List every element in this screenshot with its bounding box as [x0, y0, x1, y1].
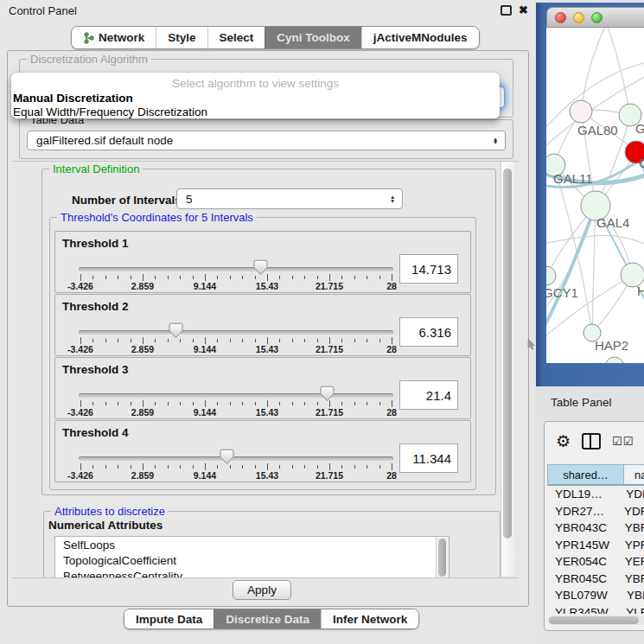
float-icon[interactable]: [501, 5, 512, 16]
cell-name: YBL0: [622, 589, 644, 602]
slider-tick: [255, 402, 256, 405]
network-canvas[interactable]: GAL80GACGAL11GAL4GCY1HHAP2: [546, 28, 644, 363]
popup-item-equal-width-frequency[interactable]: Equal Width/Frequency Discretization: [11, 105, 500, 119]
threshold-slider-handle-2[interactable]: [169, 322, 183, 339]
threshold-slider-track-1[interactable]: [79, 267, 393, 271]
network-node-gcy1[interactable]: [546, 266, 556, 285]
table-row[interactable]: YDR27…YDR2: [547, 503, 644, 520]
slider-tick: [143, 274, 143, 281]
zoom-traffic-light-icon[interactable]: [591, 12, 603, 23]
slider-tick: [105, 402, 106, 405]
numerical-attributes-list[interactable]: SelfLoopsTopologicalCoefficientBetweenne…: [54, 536, 450, 578]
tab-style[interactable]: Style: [156, 27, 207, 48]
cell-shared-name: YLR345W: [547, 606, 622, 614]
table-row[interactable]: YBR045CYBR0: [547, 571, 644, 588]
threshold-slider-handle-3[interactable]: [320, 386, 335, 402]
slider-tick: [155, 276, 156, 279]
slider-tick: [379, 402, 380, 405]
table-hscrollbar-thumb[interactable]: [549, 616, 639, 624]
table-row[interactable]: YBL079WYBL0: [547, 587, 644, 604]
column-header-shared-name[interactable]: shared…: [547, 464, 624, 486]
slider-tick: [230, 402, 231, 405]
tab-label-jactivemnodules: jActiveMNodules: [373, 31, 468, 44]
slider-tick: [279, 276, 280, 279]
table-row[interactable]: YBR043CYBR0: [547, 520, 644, 537]
threshold-label-2: Threshold 2: [62, 300, 129, 313]
slider-tick: [279, 465, 280, 469]
node-label-gal11: GAL11: [553, 171, 593, 186]
column-header-name[interactable]: na: [624, 464, 644, 486]
slider-tick: [193, 339, 194, 342]
cell-name: YDR2: [620, 505, 644, 518]
attributes-scrollbar[interactable]: [436, 537, 449, 578]
slider-tick: [317, 339, 318, 342]
table-row[interactable]: YER054CYER0: [547, 553, 644, 571]
table-row[interactable]: YLR345WYLR3: [547, 604, 644, 615]
threshold-slider-track-4[interactable]: [79, 456, 393, 461]
apply-button[interactable]: Apply: [233, 580, 291, 600]
table-hscrollbar[interactable]: [548, 615, 644, 625]
settings-scrollbar[interactable]: [501, 162, 514, 576]
network-node[interactable]: [605, 357, 624, 363]
cell-shared-name: YDR27…: [547, 505, 620, 518]
minimize-traffic-light-icon[interactable]: [573, 12, 584, 23]
select-columns-icon[interactable]: ☑☑: [612, 435, 634, 448]
slider-tick: [180, 276, 181, 279]
table-data-combobox[interactable]: galFiltered.sif default node ▴▾: [27, 131, 506, 150]
gear-icon[interactable]: ⚙: [556, 433, 571, 450]
tab-cyni-toolbox[interactable]: Cyni Toolbox: [265, 27, 361, 48]
slider-tick: [242, 402, 243, 405]
network-node-gal80[interactable]: [570, 100, 592, 123]
slider-tick-label: 15.43: [256, 407, 278, 418]
close-icon[interactable]: ✖: [519, 5, 528, 16]
slider-tick: [292, 276, 293, 279]
slider-tick: [230, 276, 231, 279]
attribute-item-selfloops[interactable]: SelfLoops: [55, 537, 449, 552]
tab-select[interactable]: Select: [207, 27, 265, 48]
attribute-item-topologicalcoefficient[interactable]: TopologicalCoefficient: [55, 552, 449, 568]
threshold-slider-handle-4[interactable]: [220, 449, 234, 465]
numerical-attributes-label: Numerical Attributes: [48, 519, 163, 532]
scrollbar-thumb[interactable]: [503, 169, 512, 539]
tab-discretize-data[interactable]: Discretize Data: [214, 609, 321, 628]
threshold-value-2[interactable]: 6.316: [399, 317, 458, 347]
table-row[interactable]: YDL19…YDL1: [547, 486, 644, 503]
popup-item-manual-discretization[interactable]: Manual Discretization: [11, 92, 500, 105]
tab-impute-data[interactable]: Impute Data: [124, 609, 214, 628]
table-panel: ⚙ ☑☑ shared… na YDL19…YDL1YDR27…YDR2YBR0…: [544, 421, 644, 631]
split-columns-icon[interactable]: [582, 433, 601, 450]
cell-shared-name: YBL079W: [547, 589, 622, 602]
threshold-value-3[interactable]: 21.4: [399, 380, 458, 410]
interval-definition-group: Interval Definition Number of Intervals …: [41, 169, 496, 495]
threshold-slider-handle-1[interactable]: [253, 259, 268, 276]
threshold-value-4[interactable]: 11.344: [399, 443, 458, 473]
network-window-titlebar[interactable]: [546, 7, 644, 28]
threshold-slider-track-3[interactable]: [79, 393, 393, 398]
slider-tick: [105, 465, 106, 469]
slider-tick: [217, 339, 218, 342]
number-of-intervals-combobox[interactable]: 5 ▴▾: [176, 188, 403, 209]
slider-tick: [205, 274, 206, 281]
slider-tick: [242, 339, 243, 342]
tab-network[interactable]: Network: [72, 27, 156, 48]
attribute-item-betweennesscentrality[interactable]: BetweennessCentrality: [55, 568, 449, 578]
threshold-slider-track-2[interactable]: [79, 330, 393, 335]
slider-tick-label: 15.43: [256, 470, 278, 481]
tab-infer-network[interactable]: Infer Network: [321, 609, 418, 628]
tab-jactivemnodules[interactable]: jActiveMNodules: [361, 27, 479, 48]
threshold-value-1[interactable]: 14.713: [399, 254, 458, 284]
close-traffic-light-icon[interactable]: [555, 12, 566, 23]
slider-tick: [354, 465, 355, 469]
window-title: Control Panel: [9, 4, 77, 17]
slider-tick: [367, 276, 367, 279]
cell-shared-name: YBR043C: [547, 521, 621, 534]
table-rows: YDL19…YDL1YDR27…YDR2YBR043CYBR0YPR145WYP…: [547, 486, 644, 614]
table-toolbar: ⚙ ☑☑: [545, 422, 644, 460]
slider-tick: [92, 402, 93, 405]
number-of-intervals-label: Number of Intervals: [72, 194, 182, 207]
tab-label-cyni-toolbox: Cyni Toolbox: [277, 31, 350, 44]
slider-tick: [168, 402, 169, 405]
table-row[interactable]: YPR145WYPR1: [547, 537, 644, 554]
slider-tick: [367, 465, 367, 469]
slider-tick: [392, 400, 392, 407]
